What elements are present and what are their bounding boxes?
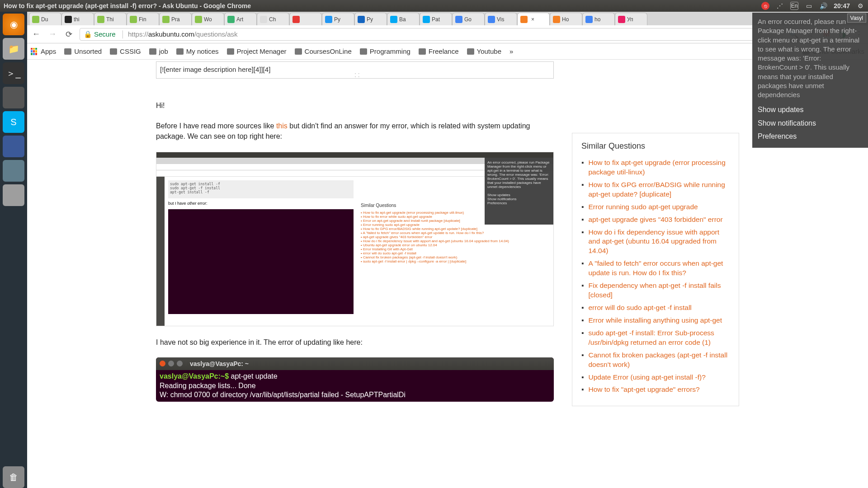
browser-tab[interactable]: Py [354, 13, 387, 25]
browser-tab[interactable]: Art [224, 13, 257, 25]
files-icon[interactable]: 📁 [3, 38, 24, 60]
notif-show-notifications[interactable]: Show notifications [758, 117, 863, 130]
apps-button[interactable]: Apps [31, 47, 56, 55]
bookmark-folder[interactable]: Youtube [467, 47, 502, 55]
browser-tab[interactable]: Wo [192, 13, 224, 25]
battery-icon[interactable]: ▭ [805, 2, 813, 10]
bookmark-folder[interactable]: Project Menager [227, 47, 287, 55]
similar-item: A "failed to fetch" error occurs when ap… [581, 259, 730, 278]
bookmark-folder[interactable]: My notices [176, 47, 219, 55]
wifi-icon[interactable]: ⋰ [776, 2, 784, 10]
similar-link[interactable]: error will do sudo apt-get -f install [589, 303, 692, 313]
browser-tab[interactable]: Ch [257, 13, 289, 25]
dash-icon[interactable]: ◉ [3, 14, 24, 35]
window-title: How to fix apt-get upgrade (apt-get inst… [4, 2, 761, 9]
bookmark-folder[interactable]: Freelance [419, 47, 459, 55]
browser-tab[interactable]: Thi [94, 13, 127, 25]
terminal-header: vaslya@VasyaPc: ~ [156, 357, 554, 370]
browser-tab[interactable]: Go [452, 13, 485, 25]
similar-link[interactable]: How to fix GPG error/BADSIG while runnin… [589, 180, 730, 199]
tab-favicon [162, 16, 170, 23]
bookmark-folder[interactable]: Unsorted [64, 47, 102, 55]
body-text: Hi! [156, 100, 554, 111]
terminal-icon[interactable]: ＞_ [3, 62, 24, 84]
reload-button[interactable]: ⟳ [63, 29, 74, 40]
browser-tab[interactable]: Du [29, 13, 61, 25]
close-icon[interactable] [160, 361, 165, 366]
tab-favicon [195, 16, 202, 23]
notif-show-updates[interactable]: Show updates [758, 103, 863, 117]
bookmark-folder[interactable]: CoursesOnLine [295, 47, 352, 55]
gear-icon[interactable]: ⚙ [856, 2, 864, 10]
tab-favicon [585, 16, 593, 23]
similar-link[interactable]: How do i fix dependency issue with appor… [589, 228, 730, 256]
similar-item: Fix dependency when apt-get -f install f… [581, 281, 730, 300]
notif-preferences[interactable]: Preferences [758, 130, 863, 143]
keyboard-lang[interactable]: En [790, 2, 798, 10]
browser-tab[interactable]: thi [61, 13, 94, 25]
terminal-output: vaslya@VasyaPc: ~ vaslya@VasyaPc:~$ apt-… [156, 357, 554, 402]
browser-tab[interactable]: Ho [550, 13, 582, 25]
system-top-bar: How to fix apt-get upgrade (apt-get inst… [0, 0, 868, 12]
browser-tab[interactable] [289, 13, 322, 25]
launcher-app[interactable] [3, 87, 24, 108]
browser-tab[interactable]: Pra [159, 13, 192, 25]
browser-tab[interactable]: Уп [615, 13, 647, 25]
close-icon[interactable]: × [531, 16, 534, 23]
unity-launcher: ◉ 📁 ＞_ S 🗑 [0, 12, 27, 488]
browser-tab[interactable]: × [517, 13, 550, 25]
browser-tab[interactable]: Vis [485, 13, 517, 25]
tab-favicon [227, 16, 235, 23]
skype-icon[interactable]: S [3, 111, 24, 133]
notification-popup[interactable]: An error occurred, please run Package Ma… [752, 13, 868, 148]
browser-tab[interactable]: ho [582, 13, 615, 25]
browser-tab[interactable]: Py [322, 13, 354, 25]
trash-icon[interactable]: 🗑 [3, 466, 24, 488]
browser-tab[interactable]: Ba [387, 13, 420, 25]
no-entry-icon[interactable]: ⦸ [761, 2, 769, 10]
tab-favicon [553, 16, 560, 23]
similar-link[interactable]: Update Error (using apt-get install -f)? [589, 373, 706, 382]
notification-text: An error occurred, please run Package Ma… [758, 17, 863, 99]
volume-icon[interactable]: 🔊 [819, 2, 827, 10]
apps-icon [31, 48, 38, 55]
similar-link[interactable]: apt-get upgrade gives "403 forbidden" er… [589, 215, 723, 225]
back-button[interactable]: ← [31, 29, 42, 40]
browser-tab[interactable]: Fin [127, 13, 159, 25]
similar-item: sudo apt-get -f install: Error Sub-proce… [581, 328, 730, 347]
folder-icon [360, 48, 367, 55]
markdown-editor[interactable]: [![enter image description here][4]][4] [156, 61, 554, 79]
similar-link[interactable]: Error while installing anything using ap… [589, 316, 722, 325]
similar-link[interactable]: How to fix apt-get upgrade (error proces… [589, 158, 730, 177]
similar-item: How to fix apt-get upgrade (error proces… [581, 158, 730, 177]
similar-item: Error while installing anything using ap… [581, 316, 730, 325]
similar-link[interactable]: sudo apt-get -f install: Error Sub-proce… [589, 328, 730, 347]
url-path: /questions/ask [194, 30, 238, 38]
similar-link[interactable]: A "failed to fetch" error occurs when ap… [589, 259, 730, 278]
url-bar[interactable]: 🔒Secure │ https://askubuntu.com/question… [80, 28, 783, 41]
similar-link[interactable]: Fix dependency when apt-get -f install f… [589, 281, 730, 300]
launcher-app[interactable] [3, 160, 24, 182]
embedded-screenshot[interactable]: sudo apt-get install -fsudo apt-get -f i… [156, 152, 554, 326]
launcher-app[interactable] [3, 184, 24, 206]
maximize-icon[interactable] [177, 361, 183, 366]
bookmark-folder[interactable]: job [149, 47, 168, 55]
similar-link[interactable]: Cannot fix broken packages (apt-get -f i… [589, 351, 730, 370]
similar-link[interactable]: Error running sudo apt-get upgrade [589, 202, 698, 212]
similar-item: Cannot fix broken packages (apt-get -f i… [581, 351, 730, 370]
bookmark-folder[interactable]: Programming [360, 47, 410, 55]
folder-icon [227, 48, 234, 55]
minimize-icon[interactable] [168, 361, 174, 366]
tab-favicon [32, 16, 39, 23]
clock[interactable]: 20:47 [834, 2, 850, 9]
body-link[interactable]: this [276, 122, 288, 130]
launcher-app[interactable] [3, 136, 24, 157]
similar-link[interactable]: How to fix "apt-get upgrade" errors? [589, 385, 700, 394]
main-column: [![enter image description here][4]][4] … [156, 61, 554, 488]
bookmark-folder[interactable]: CSSIG [110, 47, 141, 55]
tab-favicon [325, 16, 332, 23]
tab-favicon [520, 16, 528, 23]
bookmark-overflow[interactable]: » [509, 47, 513, 55]
forward-button[interactable]: → [47, 29, 58, 40]
browser-tab[interactable]: Pat [420, 13, 452, 25]
